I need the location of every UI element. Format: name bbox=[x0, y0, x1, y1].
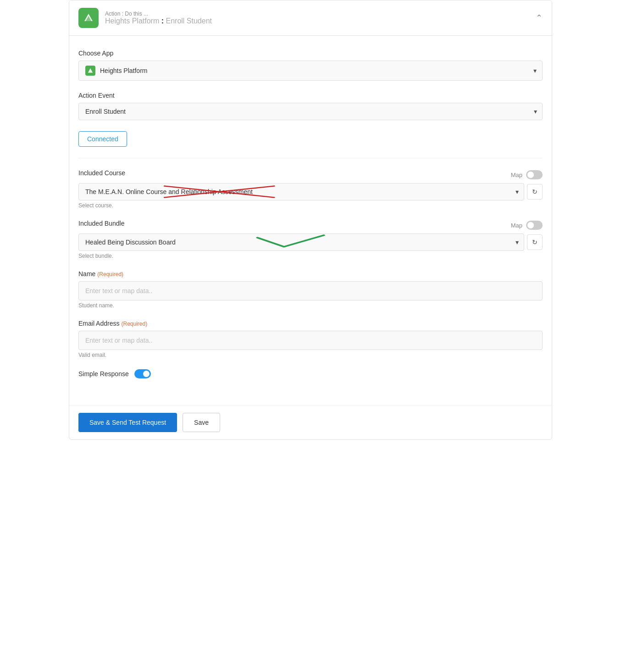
included-bundle-select[interactable]: Healed Being Discussion Board bbox=[78, 233, 524, 251]
footer-buttons: Save & Send Test Request Save bbox=[69, 405, 552, 439]
included-bundle-annotation-wrapper: Healed Being Discussion Board ▾ ↻ bbox=[78, 233, 543, 251]
name-input[interactable] bbox=[78, 281, 543, 300]
included-course-group: Included Course Map The M.E.A.N. Online … bbox=[78, 169, 543, 209]
action-event-group: Action Event Enroll Student ▾ bbox=[78, 92, 543, 120]
included-bundle-refresh-button[interactable]: ↻ bbox=[527, 234, 543, 250]
simple-response-label: Simple Response bbox=[78, 370, 129, 378]
included-course-refresh-button[interactable]: ↻ bbox=[527, 184, 543, 200]
included-course-select-wrapper[interactable]: The M.E.A.N. Online Course and Relations… bbox=[78, 183, 543, 200]
action-title: Heights Platform : Enroll Student bbox=[105, 17, 212, 25]
email-label: Email Address(Required) bbox=[78, 320, 543, 327]
included-course-map-toggle[interactable]: Map bbox=[511, 170, 543, 179]
choose-app-group: Choose App Heights Platform ▾ bbox=[78, 50, 543, 81]
email-group: Email Address(Required) Valid email. bbox=[78, 320, 543, 358]
connected-group: Connected bbox=[78, 131, 543, 147]
included-bundle-map-toggle[interactable]: Map bbox=[511, 221, 543, 230]
save-test-button[interactable]: Save & Send Test Request bbox=[78, 413, 177, 432]
svg-marker-3 bbox=[88, 68, 93, 73]
included-course-label: Included Course bbox=[78, 169, 125, 177]
app-logo bbox=[78, 8, 99, 28]
simple-response-toggle[interactable] bbox=[134, 369, 151, 378]
included-bundle-select-wrapper[interactable]: Healed Being Discussion Board ▾ ↻ bbox=[78, 233, 543, 251]
name-label: Name(Required) bbox=[78, 270, 543, 278]
collapse-button[interactable]: ⌃ bbox=[536, 13, 543, 23]
save-button[interactable]: Save bbox=[183, 413, 220, 432]
included-course-map-label: Map bbox=[511, 172, 522, 178]
action-event-select-wrapper[interactable]: Enroll Student ▾ bbox=[78, 103, 543, 120]
action-header: Action : Do this ... Heights Platform : … bbox=[69, 0, 552, 36]
included-course-hint: Select course. bbox=[78, 202, 543, 209]
included-bundle-toggle[interactable] bbox=[526, 221, 543, 230]
name-group: Name(Required) Student name. bbox=[78, 270, 543, 309]
included-bundle-hint: Select bundle. bbox=[78, 253, 543, 259]
included-course-toggle[interactable] bbox=[526, 170, 543, 179]
included-course-annotation-wrapper: The M.E.A.N. Online Course and Relations… bbox=[78, 183, 543, 200]
name-hint: Student name. bbox=[78, 302, 543, 309]
action-sublabel: Action : Do this ... bbox=[105, 11, 212, 17]
included-course-select[interactable]: The M.E.A.N. Online Course and Relations… bbox=[78, 183, 524, 200]
action-event-select[interactable]: Enroll Student bbox=[78, 103, 543, 120]
action-event-label: Action Event bbox=[78, 92, 543, 99]
included-bundle-group: Included Bundle Map Healed Being Discuss… bbox=[78, 220, 543, 259]
simple-response-row: Simple Response bbox=[78, 369, 543, 378]
choose-app-label: Choose App bbox=[78, 50, 543, 57]
email-input[interactable] bbox=[78, 331, 543, 350]
choose-app-select-wrapper[interactable]: Heights Platform ▾ bbox=[78, 61, 543, 81]
connected-button[interactable]: Connected bbox=[78, 131, 127, 147]
choose-app-arrow: ▾ bbox=[533, 67, 537, 74]
email-hint: Valid email. bbox=[78, 352, 543, 358]
included-bundle-label: Included Bundle bbox=[78, 220, 124, 227]
included-bundle-map-label: Map bbox=[511, 222, 522, 229]
choose-app-value: Heights Platform bbox=[100, 67, 147, 74]
